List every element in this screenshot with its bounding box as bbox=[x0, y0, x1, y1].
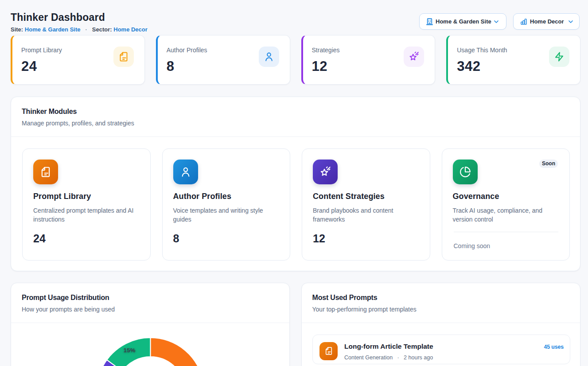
svg-text:15%: 15% bbox=[123, 347, 135, 353]
